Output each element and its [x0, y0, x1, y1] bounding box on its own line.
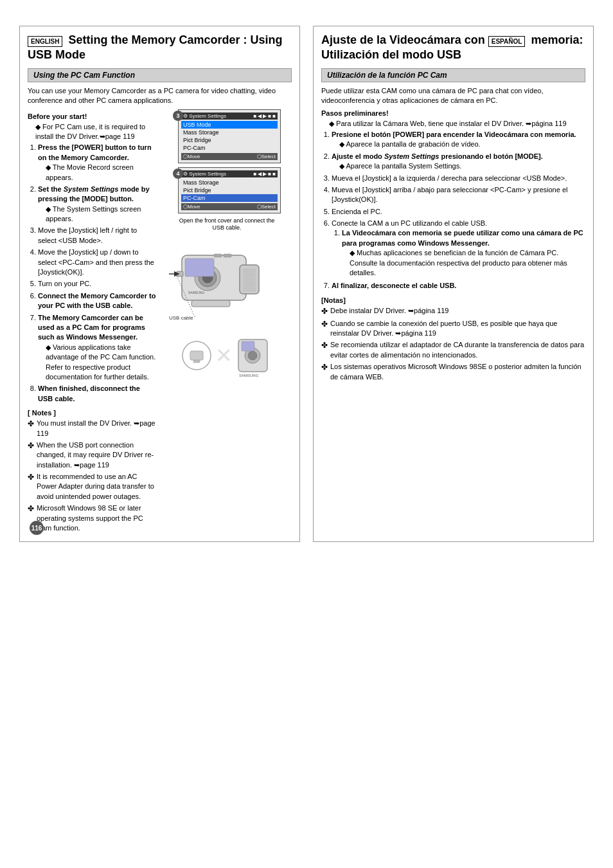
right-note-3: ✤ Se recomienda utilizar el adaptador de…	[321, 340, 585, 360]
svg-rect-27	[190, 351, 203, 360]
camcorder-illustration: SAMSUNG USB cable	[169, 236, 285, 326]
before-start-heading: Before your start!	[28, 113, 157, 120]
screen-4-badge: 4	[173, 168, 183, 179]
screen-3-group: 3 ⚙ System Settings ■◀▶■■ USB Mode Mass …	[178, 109, 281, 163]
step-1: Press the [POWER] button to turn on the …	[38, 143, 157, 183]
right-step-2-sub: Aparece la pantalla System Settings.	[332, 161, 585, 171]
page: ENGLISH Setting the Memory Camcorder : U…	[0, 0, 613, 868]
screen-4-header: ⚙ System Settings ■◀▶■■	[181, 170, 278, 177]
right-step-1: Presione el botón [POWER] para encender …	[332, 130, 585, 150]
step-7-sub: Various applications take advantage of t…	[38, 343, 157, 383]
open-cover-text: Open the front cover and connect the USB…	[175, 217, 278, 232]
svg-text:USB cable: USB cable	[169, 315, 193, 321]
list-item: For PC Cam use, it is required to instal…	[35, 122, 157, 142]
note-4: ✤ Microsoft Windows 98 SE or later opera…	[28, 503, 157, 533]
left-main-title: ENGLISH Setting the Memory Camcorder : U…	[28, 33, 292, 63]
right-step-6: Conecte la CAM a un PC utilizando el cab…	[332, 219, 585, 278]
right-note-4: ✤ Los sistemas operativos Microsoft Wind…	[321, 362, 585, 382]
right-step-3: Mueva el [Joystick] a la izquierda / der…	[332, 174, 585, 183]
notes-title: [ Notes ]	[28, 409, 157, 417]
svg-text:SAMSUNG: SAMSUNG	[239, 374, 259, 377]
right-main-title: Ajuste de la Videocámara con ESPAÑOL mem…	[321, 33, 585, 63]
svg-rect-9	[224, 254, 231, 257]
right-step-7: La Videocámara con memoria se puede util…	[342, 228, 585, 278]
screen-3-item-usb[interactable]: USB Mode	[181, 121, 278, 129]
right-list-item: Para utilizar la Cámara Web, tiene que i…	[329, 119, 585, 129]
right-step-1-sub: Aparece la pantalla de grabación de víde…	[332, 140, 585, 149]
steps-list: Press the [POWER] button to turn on the …	[28, 143, 157, 404]
screen-4-item-mass[interactable]: Mass Storage	[181, 179, 278, 186]
screen-3-badge: 3	[173, 111, 183, 121]
right-notes-section: [Notas] ✤ Debe instalar DV Driver. ➥pági…	[321, 296, 585, 382]
step-2-sub: The System Settings screen appears.	[38, 204, 157, 224]
right-note-2: ✤ Cuando se cambie la conexión del puert…	[321, 319, 585, 339]
before-start-list: For PC Cam use, it is required to instal…	[28, 122, 157, 142]
right-step-8: Al finalizar, desconecte el cable USB.	[332, 281, 585, 291]
images-column: 3 ⚙ System Settings ■◀▶■■ USB Mode Mass …	[157, 109, 292, 536]
left-title-text: Setting the Memory Camcorder : Using USB…	[28, 33, 283, 61]
step-3: Move the [Joystick] left / right to sele…	[38, 226, 157, 246]
screen-3-item-mass[interactable]: Mass Storage	[181, 129, 278, 136]
left-column: ENGLISH Setting the Memory Camcorder : U…	[19, 26, 300, 542]
svg-rect-23	[191, 300, 230, 307]
screen-4: ⚙ System Settings ■◀▶■■ Mass Storage Pic…	[178, 167, 281, 213]
right-step-7-sub: Muchas aplicaciones se benefician de la …	[342, 248, 585, 278]
lang-badge-english: ENGLISH	[28, 36, 62, 47]
svg-rect-6	[177, 271, 183, 276]
note-2: ✤ When the USB port connection changed, …	[28, 440, 157, 470]
step-5: Turn on your PC.	[38, 279, 157, 289]
svg-rect-5	[185, 258, 214, 276]
screen-4-icons: ■◀▶■■	[253, 171, 276, 177]
notes-section: [ Notes ] ✤ You must install the DV Driv…	[28, 409, 157, 533]
right-column: Ajuste de la Videocámara con ESPAÑOL mem…	[313, 26, 594, 542]
right-step-2: Ajuste el modo System Settings presionan…	[332, 152, 585, 172]
note-3: ✤ It is recommended to use an AC Power A…	[28, 472, 157, 502]
right-step-6-sub: La Videocámara con memoria se puede util…	[332, 228, 585, 278]
screen-3-icons: ■◀▶■■	[253, 113, 276, 119]
device-illustration: ✕ SAMSUNG	[181, 330, 274, 381]
svg-text:SAMSUNG: SAMSUNG	[188, 291, 204, 294]
right-steps-list: Presione el botón [POWER] para encender …	[321, 130, 585, 291]
screen-4-group: 4 ⚙ System Settings ■◀▶■■ Mass Storage P…	[178, 167, 281, 213]
right-intro: Puede utilizar esta CAM como una cámara …	[321, 86, 585, 106]
step-2: Set the System Settings mode by pressing…	[38, 185, 157, 224]
note-1: ✤ You must install the DV Driver. ➥page …	[28, 419, 157, 439]
screen-4-footer: ⬡Move ⬡Select	[181, 203, 278, 210]
right-step-4: Mueva el [Joystick] arriba / abajo para …	[332, 185, 585, 205]
right-note-1: ✤ Debe instalar DV Driver. ➥página 119	[321, 306, 585, 317]
step-6: Connect the Memory Camcorder to your PC …	[38, 291, 157, 311]
left-section-title: Using the PC Cam Function	[28, 68, 292, 82]
svg-rect-28	[193, 360, 200, 363]
screen-3-footer: ⬡Move ⬡Select	[181, 153, 278, 160]
left-text-content: Before your start! For PC Cam use, it is…	[28, 109, 157, 536]
right-before-start: Pasos preliminares!	[321, 109, 585, 117]
step-4: Move the [Joystick] up / down to select …	[38, 248, 157, 277]
second-camera: SAMSUNG	[235, 330, 274, 381]
screen-3: ⚙ System Settings ■◀▶■■ USB Mode Mass St…	[178, 109, 281, 163]
svg-rect-8	[214, 254, 222, 257]
two-column-layout: ENGLISH Setting the Memory Camcorder : U…	[19, 26, 594, 542]
right-step-5: Encienda el PC.	[332, 207, 585, 217]
x-mark: ✕	[215, 343, 233, 368]
screen-4-item-pccam[interactable]: PC-Cam	[181, 194, 278, 202]
step-7: The Memory Camcorder can be used as a PC…	[38, 313, 157, 383]
left-intro: You can use your Memory Camcorder as a P…	[28, 86, 292, 106]
step-8: When finished, disconnect the USB cable.	[38, 384, 157, 404]
screen-4-item-pict[interactable]: Pict Bridge	[181, 186, 278, 194]
screen-3-item-pict[interactable]: Pict Bridge	[181, 136, 278, 144]
right-notes-title: [Notas]	[321, 296, 585, 304]
right-before-list: Para utilizar la Cámara Web, tiene que i…	[321, 119, 585, 129]
step-1-sub: The Movie Record screen appears.	[38, 163, 157, 183]
right-section-title: Utilización de la función PC Cam	[321, 68, 585, 82]
screen-3-item-pccam[interactable]: PC-Cam	[181, 144, 278, 152]
circle-device	[181, 339, 213, 372]
left-inner-layout: Before your start! For PC Cam use, it is…	[28, 109, 292, 536]
svg-rect-32	[242, 341, 254, 351]
svg-point-31	[248, 351, 257, 360]
screen-3-header: ⚙ System Settings ■◀▶■■	[181, 113, 278, 120]
lang-badge-espanol: ESPAÑOL	[488, 36, 526, 47]
